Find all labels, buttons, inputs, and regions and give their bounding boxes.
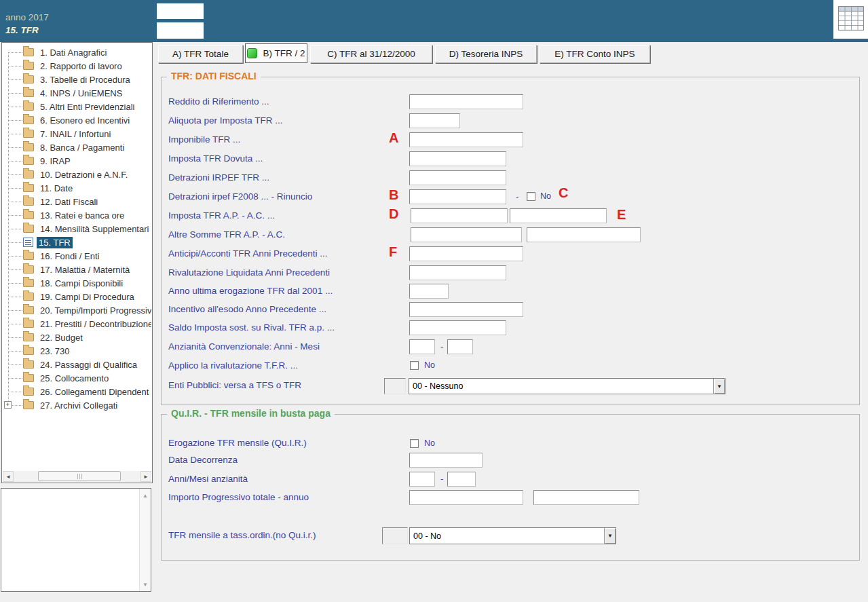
input-altre-somme-tfr-ap[interactable] xyxy=(411,227,522,242)
sidebar-item[interactable]: + 18. Campi Disponibili xyxy=(2,276,151,290)
annotation-e: E xyxy=(617,207,626,223)
header-code-field-bottom[interactable] xyxy=(157,22,204,39)
folder-icon xyxy=(23,143,34,151)
sidebar-item[interactable]: + 11. Date xyxy=(2,181,151,195)
tree-connector xyxy=(8,174,22,175)
tab-tesoreria-inps[interactable]: D) Tesoreria INPS xyxy=(435,45,537,63)
sidebar-item-label: 22. Budget xyxy=(38,332,85,343)
tfr-mensile-dropdown[interactable]: 00 - No ▼ xyxy=(409,527,616,544)
sidebar-item[interactable]: + 16. Fondi / Enti xyxy=(2,249,151,263)
input-reddito-riferimento[interactable] xyxy=(409,94,523,109)
sidebar-item-label: 14. Mensilità Supplementari xyxy=(38,223,151,235)
active-tab-indicator-icon xyxy=(247,48,257,58)
input-altre-somme-tfr-ac[interactable] xyxy=(527,227,641,242)
tfr-mensile-dropdown-value: 00 - No xyxy=(410,531,604,541)
tab-tfr-2[interactable]: B) TFR / 2 xyxy=(245,43,307,63)
sidebar-item-label: 15. TFR xyxy=(37,237,73,248)
input-aliquota-imposta-tfr[interactable] xyxy=(409,113,460,128)
input-detrazioni-f2008[interactable] xyxy=(409,189,506,204)
sidebar-item[interactable]: + 27. Archivi Collegati xyxy=(2,398,151,412)
applico-rivalutazione-checkbox[interactable] xyxy=(410,361,419,370)
sidebar-item[interactable]: + 3. Tabelle di Procedura xyxy=(2,73,151,86)
tree-horizontal-scrollbar[interactable]: ◄ ► xyxy=(3,471,151,482)
sidebar-item[interactable]: + 24. Passaggi di Qualifica xyxy=(2,358,151,371)
input-saldo-imposta-sost[interactable] xyxy=(409,320,506,335)
sidebar-item[interactable]: + 2. Rapporto di lavoro xyxy=(2,59,151,73)
tab-tfr-2000[interactable]: C) TFR al 31/12/2000 xyxy=(310,45,432,63)
sidebar-item[interactable]: + 13. Ratei e banca ore xyxy=(2,208,151,222)
input-importo-progressivo-totale[interactable] xyxy=(409,490,523,505)
sidebar-item-label: 5. Altri Enti Previdenziali xyxy=(38,101,136,113)
sidebar-item[interactable]: + 1. Dati Anagrafici xyxy=(2,45,151,59)
input-anno-ultima-erogazione[interactable] xyxy=(409,284,449,299)
input-anzianita-mesi[interactable] xyxy=(447,339,473,354)
label-incentivo-esodo: Incentivo all'esodo Anno Precedente ... xyxy=(168,304,326,314)
chevron-down-icon[interactable]: ▼ xyxy=(713,379,725,394)
notes-listbox[interactable]: ▲ ▼ xyxy=(1,488,151,592)
scroll-down-icon[interactable]: ▼ xyxy=(140,579,151,590)
input-imposta-tfr-ap[interactable] xyxy=(411,208,508,223)
sidebar-item[interactable]: + 17. Malattia / Maternità xyxy=(2,263,151,276)
listbox-vertical-scrollbar[interactable]: ▲ ▼ xyxy=(139,489,151,591)
annotation-c: C xyxy=(559,185,568,201)
sidebar-item[interactable]: + 12. Dati Fiscali xyxy=(2,195,151,208)
folder-icon xyxy=(23,401,34,409)
table-grid-button[interactable] xyxy=(833,0,868,39)
input-anticipi-acconti-tfr[interactable] xyxy=(409,246,523,261)
sidebar-item[interactable]: + 20. Tempi/Importi Progressivi xyxy=(2,303,151,317)
sidebar-item[interactable]: + 8. Banca / Pagamenti xyxy=(2,140,151,154)
tfr-mensile-code-box[interactable] xyxy=(382,527,408,544)
folder-icon xyxy=(23,374,34,382)
scroll-left-icon[interactable]: ◄ xyxy=(3,471,14,482)
input-imponibile-tfr[interactable] xyxy=(409,132,523,147)
input-rivalutazione-liquidata[interactable] xyxy=(409,265,506,280)
sidebar-item[interactable]: + 22. Budget xyxy=(2,331,151,344)
sidebar-item[interactable]: + 5. Altri Enti Previdenziali xyxy=(2,100,151,113)
annotation-b: B xyxy=(389,187,398,203)
input-incentivo-esodo[interactable] xyxy=(409,302,523,317)
sidebar-item[interactable]: + 7. INAIL / Infortuni xyxy=(2,127,151,140)
tab-tfr-conto-inps[interactable]: E) TFR Conto INPS xyxy=(540,45,650,63)
input-anzianita-anni[interactable] xyxy=(409,339,435,354)
erogazione-quir-checkbox-label: No xyxy=(424,438,435,448)
sidebar-item[interactable]: + 9. IRAP xyxy=(2,154,151,168)
input-data-decorrenza[interactable] xyxy=(409,453,483,468)
label-anno-ultima-erogazione: Anno ultima erogazione TFR dal 2001 ... xyxy=(168,286,333,296)
folder-icon xyxy=(23,62,34,70)
sidebar-item[interactable]: + 26. Collegamenti Dipendent xyxy=(2,385,151,398)
scroll-up-icon[interactable]: ▲ xyxy=(140,490,151,501)
sidebar-item[interactable]: + 14. Mensilità Supplementari xyxy=(2,222,151,236)
enti-pubblici-dropdown[interactable]: 00 - Nessuno ▼ xyxy=(409,378,725,394)
folder-icon xyxy=(23,170,34,178)
rinuncio-checkbox[interactable] xyxy=(527,192,535,201)
sidebar-item-label: 1. Dati Anagrafici xyxy=(38,47,109,58)
expand-plus-icon[interactable]: + xyxy=(4,401,12,409)
tree-connector xyxy=(8,337,22,338)
sidebar-item[interactable]: + 21. Prestiti / Decontribuzione xyxy=(2,317,151,331)
chevron-down-icon[interactable]: ▼ xyxy=(604,528,616,544)
input-imposta-tfr-dovuta[interactable] xyxy=(409,151,506,166)
sidebar-item[interactable]: + 6. Esonero ed Incentivi xyxy=(2,113,151,127)
sidebar-item[interactable]: + 25. Collocamento xyxy=(2,371,151,385)
scrollbar-thumb[interactable] xyxy=(38,471,121,481)
enti-pubblici-code-box[interactable] xyxy=(384,378,406,394)
input-imposta-tfr-ac[interactable] xyxy=(510,208,607,223)
folder-icon xyxy=(23,333,34,341)
sidebar-item[interactable]: + 19. Campi Di Procedura xyxy=(2,290,151,303)
label-reddito-riferimento: Reddito di Riferimento ... xyxy=(168,96,269,107)
separator-dash: - xyxy=(440,341,443,352)
input-quir-anni[interactable] xyxy=(409,472,435,487)
sidebar-item[interactable]: + 15. TFR xyxy=(2,236,151,249)
input-detrazioni-irpef-tfr[interactable] xyxy=(409,170,506,185)
sidebar-item[interactable]: + 4. INPS / UniEMENS xyxy=(2,86,151,100)
sidebar-item[interactable]: + 23. 730 xyxy=(2,344,151,358)
sidebar-item[interactable]: + 10. Detrazioni e A.N.F. xyxy=(2,168,151,181)
erogazione-quir-checkbox[interactable] xyxy=(410,439,419,448)
tab-tfr-totale[interactable]: A) TFR Totale xyxy=(158,45,243,63)
input-quir-mesi[interactable] xyxy=(447,472,476,487)
header-code-field-top[interactable] xyxy=(157,3,204,19)
sidebar-item-label: 17. Malattia / Maternità xyxy=(38,264,132,276)
input-importo-progressivo-annuo[interactable] xyxy=(533,490,639,505)
scroll-right-icon[interactable]: ► xyxy=(140,471,151,482)
separator-dash: - xyxy=(440,474,443,484)
